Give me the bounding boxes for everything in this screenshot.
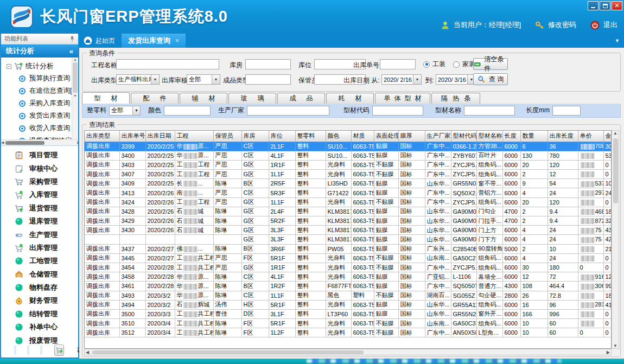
table-row[interactable]: 调拨出库34302020/2/26石城陈琳G区3L3F整料KLM38176063… bbox=[85, 226, 612, 235]
menu-item-0[interactable]: 项目管理 bbox=[1, 149, 78, 162]
results-vertical-scrollbar[interactable]: ▲▼ bbox=[612, 130, 619, 349]
tab-home[interactable]: 起始页 bbox=[79, 34, 122, 48]
table-row[interactable]: 调拨出库34542020/2/28工共工程严思G区1R1F整料光身料6063-T… bbox=[85, 263, 612, 272]
column-header[interactable]: 颜色 bbox=[326, 131, 351, 142]
search-button[interactable]: 查 询 bbox=[473, 73, 508, 85]
table-row[interactable]: 调拨出库34942020/3/2石辉城汤伟H区5R1F整料光身料6063-T5贴… bbox=[85, 300, 612, 309]
table-row[interactable]: 调拨出库34292020/2/26石城陈琳G区5R2F整料KLM38176063… bbox=[85, 216, 612, 226]
column-header[interactable]: 金额 bbox=[603, 131, 612, 142]
material-tab-3[interactable]: 玻璃 bbox=[228, 93, 276, 104]
tree-item-收货入库查询[interactable]: 收货入库查询 bbox=[1, 122, 78, 135]
menu-item-6[interactable]: 生产管理 bbox=[1, 228, 78, 241]
menu-item-5[interactable]: 退库管理 bbox=[1, 215, 78, 228]
collapse-icon[interactable]: « bbox=[69, 47, 73, 55]
warehouse-input[interactable] bbox=[245, 59, 291, 69]
table-row[interactable]: 调拨出库34932020/3/2华原...陈琳C区1L1F整料黑色塑料不贴膜国标… bbox=[85, 291, 612, 300]
outbound-type-select[interactable]: 生产领料出库▼ bbox=[116, 74, 160, 85]
menu-item-9[interactable]: 仓储管理 bbox=[1, 268, 78, 281]
radio-work-install[interactable] bbox=[423, 61, 430, 68]
profile-code-input[interactable] bbox=[372, 106, 423, 116]
menu-item-11[interactable]: 财务管理 bbox=[1, 294, 78, 307]
whole-part-select[interactable]: 全部▼ bbox=[109, 106, 141, 116]
column-header[interactable]: 材质 bbox=[351, 131, 374, 142]
menu-item-10[interactable]: 物料盘存 bbox=[1, 281, 78, 294]
color-input[interactable] bbox=[164, 106, 211, 116]
logout-link[interactable]: 退出 bbox=[603, 20, 617, 30]
tab-outbound-query[interactable]: 发货出库查询 × bbox=[122, 34, 186, 48]
project-name-input[interactable] bbox=[116, 59, 219, 69]
length-input[interactable] bbox=[552, 106, 581, 116]
tree-item-采购入库查询[interactable]: 采购入库查询 bbox=[1, 97, 78, 110]
material-tab-5[interactable]: 耗材 bbox=[326, 93, 374, 104]
column-header[interactable]: 型材名称 bbox=[476, 131, 502, 142]
table-row[interactable]: 调拨出库34612020/2/28华原...陈琳B区1R2F整料F6877FT6… bbox=[85, 282, 612, 291]
table-row[interactable]: 调拨出库34132020/2/26南...严思C区5R3F整料G71422606… bbox=[85, 188, 612, 197]
date-from-select[interactable]: 2020/ 2/16▼ bbox=[381, 74, 422, 85]
material-tab-6[interactable]: 单体型材 bbox=[375, 93, 430, 104]
column-header[interactable]: 表面处理 bbox=[374, 131, 398, 142]
table-row[interactable]: 调拨出库34242020/2/26工工程严思G区1L1F整料光身料6063-T5… bbox=[85, 197, 612, 207]
column-header[interactable]: 型材代码 bbox=[451, 131, 476, 142]
column-header[interactable]: 整零料 bbox=[295, 131, 326, 142]
tree-root-statistics[interactable]: − 统计分析 bbox=[1, 58, 78, 72]
sidebar-section-statistics[interactable]: 统计分析 « bbox=[1, 44, 78, 58]
radio-work-label[interactable]: 工装 bbox=[432, 60, 445, 69]
tree-item-在途信息查询待[interactable]: 在途信息查询[待 bbox=[1, 85, 78, 97]
quick-cart-button[interactable] bbox=[54, 344, 64, 356]
clear-conditions-button[interactable]: 清空条件 bbox=[473, 58, 508, 70]
table-row[interactable]: 调拨出库34092020/2/25长...陈琳B区2R5F整料LI35HD606… bbox=[85, 179, 612, 188]
tab-list-dropdown-icon[interactable]: ▼ bbox=[615, 38, 620, 43]
menu-item-4[interactable]: 退货管理 bbox=[1, 202, 78, 215]
column-header[interactable]: 长度 bbox=[502, 131, 520, 142]
tab-close-icon[interactable]: × bbox=[175, 37, 179, 44]
table-row[interactable]: G区3L3F整料KLM38176063-T5贴膜国标山东华...GA90M09.… bbox=[85, 235, 612, 244]
column-header[interactable]: 生产厂家 bbox=[425, 131, 451, 142]
tree-vertical-scrollbar[interactable]: ▲▼ bbox=[72, 58, 78, 140]
pin-icon[interactable] bbox=[69, 36, 75, 42]
close-button[interactable]: ✕ bbox=[612, 1, 622, 10]
radio-home-install[interactable] bbox=[453, 61, 460, 68]
column-header[interactable]: 出库类型 bbox=[85, 131, 119, 142]
table-row[interactable]: 调拨出库34582020/2/28华原...陈琳C区4L1F整料光身料6063-… bbox=[85, 272, 612, 282]
column-header[interactable]: 出库日期 bbox=[145, 131, 175, 142]
menu-item-13[interactable]: 补单中心 bbox=[1, 321, 78, 334]
menu-item-3[interactable]: 入库管理 bbox=[1, 188, 78, 201]
tree-item-预算执行查询[interactable]: 预算执行查询 bbox=[1, 72, 78, 85]
column-header[interactable]: 出库单号 bbox=[119, 131, 145, 142]
menu-item-1[interactable]: 审核中心 bbox=[1, 162, 78, 175]
product-type-input[interactable] bbox=[245, 74, 291, 85]
table-row[interactable]: 调拨出库34372020/2/27佛...陈琳B区3R6F整料PW056063-… bbox=[85, 244, 612, 253]
maximize-button[interactable] bbox=[600, 1, 610, 10]
column-header[interactable]: 工程 bbox=[175, 131, 213, 142]
table-row[interactable]: 调拨出库34032020/2/25工工程严思G区1R1F整料光身料6063-T5… bbox=[85, 160, 612, 169]
menu-item-12[interactable]: 结转管理 bbox=[1, 308, 78, 321]
material-tab-4[interactable]: 成品 bbox=[277, 93, 325, 104]
column-header[interactable]: 数量 bbox=[520, 131, 547, 142]
tree-expander-icon[interactable]: − bbox=[7, 64, 11, 69]
table-row[interactable]: 调拨出库34282020/2/26石城陈琳G区2L4F整料KLM38176063… bbox=[85, 207, 612, 216]
material-tab-7[interactable]: 隔热条 bbox=[431, 93, 480, 104]
table-row[interactable]: 调拨出库33992020/2/25华原...严思C区2L1F整料SU10...6… bbox=[85, 142, 612, 151]
column-header[interactable]: 库房 bbox=[241, 131, 269, 142]
table-row[interactable]: 调拨出库34072020/2/25工工程严思G区1L1F整料光身料6063-T5… bbox=[85, 170, 612, 179]
order-no-input[interactable] bbox=[380, 59, 416, 69]
material-tab-0[interactable]: 型材 bbox=[82, 92, 130, 104]
tree-item-发货出库查询[interactable]: 发货出库查询 bbox=[1, 110, 78, 122]
tree-horizontal-scrollbar[interactable]: ◀▶ bbox=[1, 139, 78, 145]
menu-item-8[interactable]: 工地管理 bbox=[1, 254, 78, 267]
minimize-button[interactable] bbox=[588, 1, 598, 10]
menu-item-2[interactable]: 采购管理 bbox=[1, 175, 78, 188]
column-header[interactable]: 库位 bbox=[269, 131, 295, 142]
column-header[interactable]: 保管员 bbox=[213, 131, 241, 142]
material-tab-2[interactable]: 辅材 bbox=[180, 93, 227, 104]
table-row[interactable]: 调拨出库34452020/2/27工共工程严思F区5R1F整料光身料6063-T… bbox=[85, 253, 612, 263]
column-header[interactable]: 膜厚 bbox=[398, 131, 425, 142]
column-header[interactable]: 出库长度 bbox=[547, 131, 578, 142]
table-row[interactable]: 调拨出库34002020/2/25华原...严思C区4L1F整料SU10...6… bbox=[85, 151, 612, 160]
manufacturer-input[interactable] bbox=[247, 106, 329, 116]
change-password-link[interactable]: 修改密码 bbox=[548, 20, 576, 30]
menu-item-7[interactable]: 出库管理 bbox=[1, 241, 78, 254]
column-header[interactable]: 单价 bbox=[578, 131, 603, 142]
table-row[interactable]: 调拨出库35102020/3/4工共工程陈琳F区5R1F整料光身料6063-T5… bbox=[85, 319, 612, 328]
profile-name-input[interactable] bbox=[464, 106, 515, 116]
